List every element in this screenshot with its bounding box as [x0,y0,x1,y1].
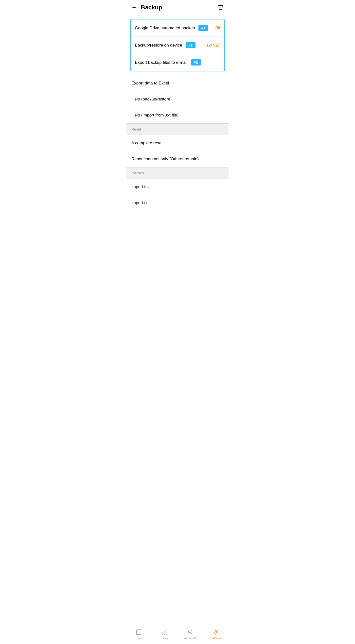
backup-item-left-3: Export backup files to e-mail #3 [135,59,201,66]
page-title: Backup [141,4,162,11]
backup-item-label-2: Backup/restore on device [135,43,182,48]
back-button[interactable]: ← [131,4,137,10]
badge-1: #1 [198,25,208,31]
backup-item-label-3: Export backup files to e-mail [135,60,188,65]
reset-section-header: Reset [127,124,228,135]
list-item[interactable]: Google Drive automated backup #1 Off [131,20,224,37]
reset-section-label: Reset [131,127,141,131]
list-item[interactable]: Export backup files to e-mail #3 [131,54,224,71]
badge-2: #2 [186,42,195,48]
list-item[interactable]: import.txt [127,195,228,211]
backup-highlight-section: Google Drive automated backup #1 Off Bac… [130,19,225,72]
list-item[interactable]: Help (import from .txt file) [127,107,228,124]
help-import-label: Help (import from .txt file) [131,113,178,118]
header: ← Backup [127,0,228,15]
export-excel-label: Export data to Excel [131,81,169,86]
content-area: Google Drive automated backup #1 Off Bac… [127,19,228,231]
backup-item-label-1: Google Drive automated backup [135,26,195,30]
import-txt-label: import.txt [131,200,149,206]
help-backup-label: Help (backup/restore) [131,97,172,102]
list-item[interactable]: A complete reset [127,135,228,151]
import-tsv-label: import.tsv [131,184,150,190]
header-left: ← Backup [131,4,162,11]
list-item[interactable]: Export data to Excel [127,75,228,91]
reset-contents-label: Reset contents only (Others remain) [131,157,199,162]
badge-3: #3 [191,59,201,66]
backup-item-left-2: Backup/restore on device #2 [135,42,195,48]
list-item[interactable]: Help (backup/restore) [127,91,228,107]
txt-section-header: .txt files [127,167,228,179]
list-item[interactable]: Reset contents only (Others remain) [127,151,228,167]
txt-section-label: .txt files [131,171,144,175]
delete-button[interactable] [218,4,224,11]
list-item[interactable]: Backup/restore on device #2 12/7/20 [131,37,224,54]
list-item[interactable]: import.tsv [127,179,228,195]
backup-item-value-2: 12/7/20 [206,43,220,48]
backup-item-left-1: Google Drive automated backup #1 [135,25,208,31]
complete-reset-label: A complete reset [131,140,163,146]
backup-item-value-1: Off [215,26,220,30]
